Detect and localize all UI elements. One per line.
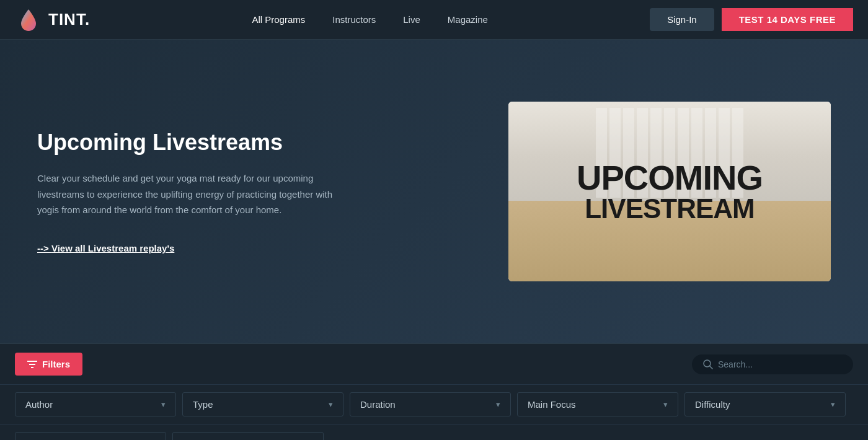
hero-link-container: --> View all Livestream replay's	[37, 243, 347, 254]
hero-content: Upcoming Livestreams Clear your schedule…	[37, 129, 347, 254]
dropdown-intensity[interactable]: Intensity ▾	[15, 432, 166, 440]
dropdown-main-focus-label: Main Focus	[528, 399, 576, 410]
svg-line-4	[710, 366, 713, 369]
hero-description: Clear your schedule and get your yoga ma…	[37, 170, 347, 218]
filters-label: Filters	[42, 359, 70, 369]
header: TINT. All Programs Instructors Live Maga…	[0, 0, 868, 40]
dropdown-duration-label: Duration	[360, 399, 396, 410]
chevron-down-icon: ▾	[496, 400, 500, 409]
hero-section: Upcoming Livestreams Clear your schedule…	[0, 40, 868, 343]
logo-text: TINT.	[48, 10, 90, 29]
search-input[interactable]	[718, 359, 842, 369]
chevron-down-icon: ▾	[329, 400, 333, 409]
filters-button[interactable]: Filters	[15, 353, 82, 376]
hero-image-line2: LIVESTREAM	[577, 195, 763, 222]
nav-magazine[interactable]: Magazine	[434, 0, 502, 40]
nav-instructors[interactable]: Instructors	[319, 0, 389, 40]
search-icon	[703, 359, 713, 369]
nav-all-programs[interactable]: All Programs	[238, 0, 319, 40]
hero-link-text: View all Livestream replay's	[51, 243, 174, 253]
main-nav: All Programs Instructors Live Magazine	[238, 0, 501, 40]
hero-title: Upcoming Livestreams	[37, 129, 347, 156]
chevron-down-icon: ▾	[663, 400, 668, 409]
logo-area[interactable]: TINT.	[15, 6, 90, 33]
signin-button[interactable]: Sign-In	[650, 8, 714, 31]
header-right: Sign-In TEST 14 DAYS FREE	[650, 8, 853, 31]
filter-bar: Filters	[0, 343, 868, 384]
hero-link-prefix: -->	[37, 243, 51, 253]
dropdown-main-focus[interactable]: Main Focus ▾	[517, 392, 678, 416]
chevron-down-icon: ▾	[831, 400, 835, 409]
dropdown-author-label: Author	[25, 399, 53, 410]
dropdown-row-1: Author ▾ Type ▾ Duration ▾ Main Focus ▾ …	[0, 384, 868, 424]
nav-live[interactable]: Live	[389, 0, 434, 40]
filter-icon	[27, 360, 37, 369]
dropdown-duration[interactable]: Duration ▾	[350, 392, 511, 416]
dropdown-difficulty-label: Difficulty	[695, 399, 730, 410]
hero-image-line1: UPCOMING	[577, 161, 763, 195]
search-container	[692, 354, 853, 374]
logo-icon	[15, 6, 42, 33]
hero-image: UPCOMING LIVESTREAM	[508, 102, 831, 281]
dropdown-language[interactable]: Language ▾	[172, 432, 324, 440]
dropdown-row-2: Intensity ▾ Language ▾	[0, 424, 868, 440]
dropdown-type[interactable]: Type ▾	[182, 392, 343, 416]
chevron-down-icon: ▾	[161, 400, 166, 409]
dropdown-type-label: Type	[193, 399, 213, 410]
hero-replay-link[interactable]: --> View all Livestream replay's	[37, 243, 174, 253]
hero-image-text: UPCOMING LIVESTREAM	[577, 161, 763, 222]
dropdown-author[interactable]: Author ▾	[15, 392, 176, 416]
dropdown-difficulty[interactable]: Difficulty ▾	[684, 392, 846, 416]
trial-button[interactable]: TEST 14 DAYS FREE	[722, 8, 853, 31]
